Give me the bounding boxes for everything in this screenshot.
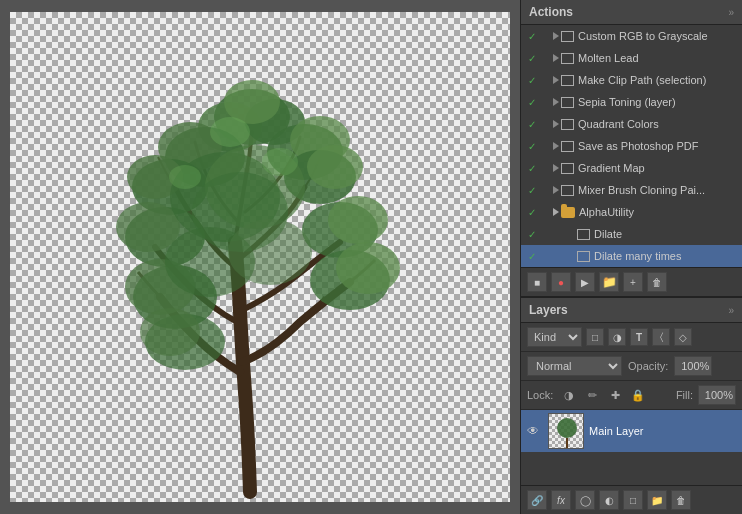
layers-kind-row: Kind Name Effect □ ◑ T 〈 ◇ (521, 323, 742, 352)
action-icon-custom-rgb (561, 31, 574, 42)
new-group-button[interactable]: 📁 (647, 490, 667, 510)
action-check-sepia-toning[interactable]: ✓ (525, 97, 539, 108)
action-label-make-clip: Make Clip Path (selection) (578, 74, 706, 86)
actions-list: ✓Custom RGB to Grayscale✓Molten Lead✓Mak… (521, 25, 742, 267)
kind-type-icon[interactable]: T (630, 328, 648, 346)
action-expand-save-photoshop[interactable] (553, 139, 561, 153)
svg-point-35 (557, 418, 577, 438)
new-fill-button[interactable]: ◐ (599, 490, 619, 510)
layers-blend-row: Normal Dissolve Multiply Opacity: (521, 352, 742, 381)
lock-transparent-btn[interactable]: ◑ (560, 386, 578, 404)
action-check-make-clip[interactable]: ✓ (525, 75, 539, 86)
action-expand-gradient-map[interactable] (553, 161, 561, 175)
action-check-quadrant-colors[interactable]: ✓ (525, 119, 539, 130)
stop-button[interactable]: ■ (527, 272, 547, 292)
lock-label: Lock: (527, 389, 553, 401)
lock-image-btn[interactable]: ✏ (583, 386, 601, 404)
play-button[interactable]: ▶ (575, 272, 595, 292)
lock-all-btn[interactable]: 🔒 (629, 386, 647, 404)
svg-point-11 (307, 145, 363, 189)
action-icon-gradient-map (561, 163, 574, 174)
delete-action-button[interactable]: 🗑 (647, 272, 667, 292)
action-icon-make-clip (561, 75, 574, 86)
tree-image (10, 12, 510, 502)
blend-mode-select[interactable]: Normal Dissolve Multiply (527, 356, 622, 376)
opacity-label: Opacity: (628, 360, 668, 372)
lock-position-btn[interactable]: ✚ (606, 386, 624, 404)
action-expand-quadrant-colors[interactable] (553, 117, 561, 131)
action-item-sepia-toning[interactable]: ✓Sepia Toning (layer) (521, 91, 742, 113)
action-label-quadrant-colors: Quadrant Colors (578, 118, 659, 130)
action-expand-sepia-toning[interactable] (553, 95, 561, 109)
action-expand-molten-lead[interactable] (553, 51, 561, 65)
kind-adjust-icon[interactable]: ◑ (608, 328, 626, 346)
layer-name: Main Layer (589, 425, 643, 437)
action-label-mixer-brush: Mixer Brush Cloning Pai... (578, 184, 705, 196)
delete-layer-button[interactable]: 🗑 (671, 490, 691, 510)
action-expand-custom-rgb[interactable] (553, 29, 561, 43)
action-label-dilate: Dilate (594, 228, 622, 240)
kind-pixel-icon[interactable]: □ (586, 328, 604, 346)
record-button[interactable]: ● (551, 272, 571, 292)
canvas-viewport[interactable] (10, 12, 510, 502)
canvas-area (0, 0, 520, 514)
link-layers-button[interactable]: 🔗 (527, 490, 547, 510)
action-icon-dilate (577, 229, 590, 240)
action-item-alpha-utility[interactable]: ✓AlphaUtility (521, 201, 742, 223)
action-check-dilate[interactable]: ✓ (525, 229, 539, 240)
kind-smart-icon[interactable]: ◇ (674, 328, 692, 346)
right-panel: Actions » ✓Custom RGB to Grayscale✓Molte… (520, 0, 742, 514)
action-label-sepia-toning: Sepia Toning (layer) (578, 96, 676, 108)
action-item-quadrant-colors[interactable]: ✓Quadrant Colors (521, 113, 742, 135)
action-label-custom-rgb: Custom RGB to Grayscale (578, 30, 708, 42)
action-icon-mixer-brush (561, 185, 574, 196)
actions-panel-collapse[interactable]: » (728, 7, 734, 18)
kind-select[interactable]: Kind Name Effect (527, 327, 582, 347)
svg-point-27 (210, 117, 250, 147)
layers-panel-collapse[interactable]: » (728, 305, 734, 316)
action-item-gradient-map[interactable]: ✓Gradient Map (521, 157, 742, 179)
action-expand-mixer-brush[interactable] (553, 183, 561, 197)
svg-point-21 (140, 308, 200, 356)
folder-icon-alpha-utility (561, 207, 575, 218)
svg-point-19 (336, 242, 400, 294)
new-folder-button[interactable]: 📁 (599, 272, 619, 292)
action-check-dilate-many[interactable]: ✓ (525, 251, 539, 262)
layer-visibility-toggle[interactable]: 👁 (527, 424, 543, 438)
action-check-custom-rgb[interactable]: ✓ (525, 31, 539, 42)
new-action-button[interactable]: + (623, 272, 643, 292)
kind-shape-icon[interactable]: 〈 (652, 328, 670, 346)
actions-panel-header: Actions » (521, 0, 742, 25)
layers-panel-title: Layers (529, 303, 568, 317)
fx-button[interactable]: fx (551, 490, 571, 510)
action-icon-save-photoshop (561, 141, 574, 152)
action-item-dilate[interactable]: ✓Dilate (521, 223, 742, 245)
action-expand-alpha-utility[interactable] (553, 205, 561, 219)
action-item-mixer-brush[interactable]: ✓Mixer Brush Cloning Pai... (521, 179, 742, 201)
layers-lock-row: Lock: ◑ ✏ ✚ 🔒 Fill: (521, 381, 742, 410)
action-item-custom-rgb[interactable]: ✓Custom RGB to Grayscale (521, 25, 742, 47)
action-item-save-photoshop[interactable]: ✓Save as Photoshop PDF (521, 135, 742, 157)
main-layer-row[interactable]: 👁 Main Laye (521, 410, 742, 452)
add-mask-button[interactable]: ◯ (575, 490, 595, 510)
action-check-molten-lead[interactable]: ✓ (525, 53, 539, 64)
action-icon-sepia-toning (561, 97, 574, 108)
action-check-save-photoshop[interactable]: ✓ (525, 141, 539, 152)
action-check-gradient-map[interactable]: ✓ (525, 163, 539, 174)
action-expand-make-clip[interactable] (553, 73, 561, 87)
svg-point-28 (262, 148, 298, 176)
new-layer-button[interactable]: □ (623, 490, 643, 510)
action-check-alpha-utility[interactable]: ✓ (525, 207, 539, 218)
action-item-dilate-many[interactable]: ✓Dilate many times (521, 245, 742, 267)
action-icon-molten-lead (561, 53, 574, 64)
svg-point-29 (169, 165, 201, 189)
action-check-mixer-brush[interactable]: ✓ (525, 185, 539, 196)
opacity-input[interactable] (674, 356, 712, 376)
svg-point-13 (116, 202, 180, 252)
fill-input[interactable] (698, 385, 736, 405)
layers-toolbar: 🔗 fx ◯ ◐ □ 📁 🗑 (521, 485, 742, 514)
layer-thumbnail (548, 413, 584, 449)
action-item-molten-lead[interactable]: ✓Molten Lead (521, 47, 742, 69)
action-item-make-clip[interactable]: ✓Make Clip Path (selection) (521, 69, 742, 91)
actions-panel-title: Actions (529, 5, 573, 19)
